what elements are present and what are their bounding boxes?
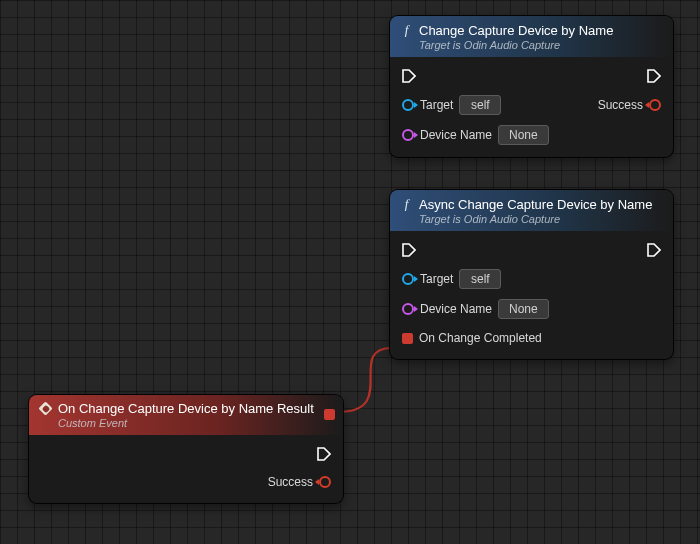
node-title: On Change Capture Device by Name Result [58, 401, 314, 416]
bool-pin-icon [319, 476, 331, 488]
exec-in-pin[interactable] [402, 69, 416, 83]
pin-label-device-name: Device Name [420, 302, 492, 316]
device-name-pin[interactable]: Device Name None [402, 299, 549, 319]
success-pin[interactable]: Success [268, 475, 331, 489]
device-name-value-input[interactable]: None [498, 125, 549, 145]
node-subtitle: Custom Event [58, 417, 333, 429]
pin-label-target: Target [420, 272, 453, 286]
node-async-change-capture-device[interactable]: f Async Change Capture Device by Name Ta… [390, 190, 673, 359]
node-header[interactable]: f Change Capture Device by Name Target i… [390, 16, 673, 57]
node-body: Target self Success Device Name None [390, 57, 673, 157]
string-pin-icon [402, 129, 414, 141]
node-subtitle: Target is Odin Audio Capture [419, 39, 663, 51]
exec-out-pin[interactable] [317, 447, 331, 461]
pin-label-target: Target [420, 98, 453, 112]
pin-label-on-change: On Change Completed [419, 331, 542, 345]
node-header[interactable]: On Change Capture Device by Name Result … [29, 395, 343, 435]
node-title: Async Change Capture Device by Name [419, 197, 652, 212]
target-pin[interactable]: Target self [402, 269, 501, 289]
function-icon: f [400, 196, 413, 212]
node-body: Target self Device Name None On Change C… [390, 231, 673, 359]
delegate-out-pin[interactable] [324, 409, 335, 420]
node-body: Success [29, 435, 343, 503]
pin-label-device-name: Device Name [420, 128, 492, 142]
success-pin[interactable]: Success [598, 98, 661, 112]
exec-in-pin[interactable] [402, 243, 416, 257]
pin-label-success: Success [268, 475, 313, 489]
node-header[interactable]: f Async Change Capture Device by Name Ta… [390, 190, 673, 231]
object-pin-icon [402, 99, 414, 111]
device-name-value-input[interactable]: None [498, 299, 549, 319]
node-change-capture-device[interactable]: f Change Capture Device by Name Target i… [390, 16, 673, 157]
function-icon: f [400, 22, 413, 38]
node-custom-event[interactable]: On Change Capture Device by Name Result … [29, 395, 343, 503]
delegate-pin-icon [402, 333, 413, 344]
object-pin-icon [402, 273, 414, 285]
event-icon [39, 402, 52, 415]
exec-out-pin[interactable] [647, 69, 661, 83]
node-subtitle: Target is Odin Audio Capture [419, 213, 663, 225]
blueprint-canvas[interactable]: f Change Capture Device by Name Target i… [0, 0, 700, 544]
device-name-pin[interactable]: Device Name None [402, 125, 549, 145]
bool-pin-icon [649, 99, 661, 111]
target-value-input[interactable]: self [459, 269, 501, 289]
pin-label-success: Success [598, 98, 643, 112]
node-title: Change Capture Device by Name [419, 23, 613, 38]
target-pin[interactable]: Target self [402, 95, 501, 115]
string-pin-icon [402, 303, 414, 315]
on-change-completed-pin[interactable]: On Change Completed [402, 331, 542, 345]
exec-out-pin[interactable] [647, 243, 661, 257]
target-value-input[interactable]: self [459, 95, 501, 115]
